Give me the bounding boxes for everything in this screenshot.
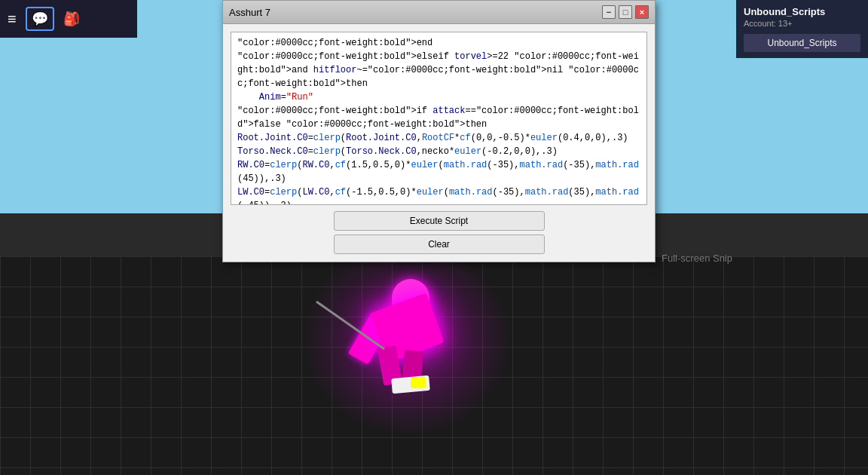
dialog-content: "color:#0000cc;font-weight:bold">end"col… — [223, 24, 655, 262]
maximize-button[interactable]: □ — [619, 5, 632, 19]
dialog-controls: − □ × — [602, 5, 649, 19]
taskbar: ≡ 💬 🎒 — [0, 0, 137, 38]
code-line: Anim="Run" — [237, 90, 640, 104]
action-buttons: Execute Script Clear — [231, 211, 647, 254]
dialog-titlebar: Asshurt 7 − □ × — [223, 1, 655, 24]
code-line: Torso.Neck.C0=clerp(Torso.Neck.C0,necko*… — [237, 145, 640, 158]
script-editor-dialog: Asshurt 7 − □ × "color:#0000cc;font-weig… — [222, 0, 656, 262]
code-line: "color:#0000cc;font-weight:bold">end — [237, 36, 640, 50]
dialog-title: Asshurt 7 — [229, 7, 270, 18]
code-line: "color:#0000cc;font-weight:bold">if atta… — [237, 104, 640, 131]
character-yellow-block — [411, 377, 426, 388]
code-line: LW.C0=clerp(LW.C0,cf(-1.5,0.5,0)*euler(m… — [237, 185, 640, 205]
hamburger-icon[interactable]: ≡ — [8, 11, 17, 28]
snip-watermark: Full-screen Snip — [662, 253, 732, 264]
unbound-scripts-button[interactable]: Unbound_Scripts — [744, 34, 860, 52]
minimize-button[interactable]: − — [602, 5, 616, 19]
execute-script-button[interactable]: Execute Script — [334, 211, 545, 231]
code-line: "color:#0000cc;font-weight:bold">elseif … — [237, 50, 640, 90]
character-body — [354, 279, 460, 385]
code-line: RW.C0=clerp(RW.C0,cf(1.5,0.5,0)*euler(ma… — [237, 158, 640, 185]
right-panel-subtitle: Account: 13+ — [744, 19, 860, 28]
chat-icon[interactable]: 💬 — [26, 7, 54, 31]
game-character — [324, 264, 490, 415]
code-editor[interactable]: "color:#0000cc;font-weight:bold">end"col… — [231, 32, 647, 205]
clear-button[interactable]: Clear — [334, 234, 545, 254]
code-line: Root.Joint.C0=clerp(Root.Joint.C0,RootCF… — [237, 131, 640, 145]
right-panel-title: Unbound_Scripts — [744, 6, 860, 17]
close-button[interactable]: × — [635, 5, 649, 19]
right-panel: Unbound_Scripts Account: 13+ Unbound_Scr… — [736, 0, 868, 58]
bag-icon[interactable]: 🎒 — [63, 11, 80, 27]
